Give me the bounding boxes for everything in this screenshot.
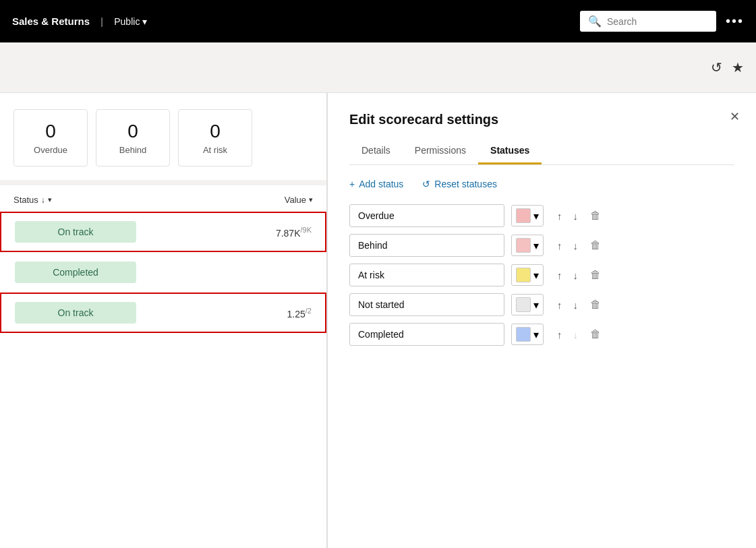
metric-value-atrisk: 0 <box>195 121 235 142</box>
plus-icon: + <box>349 179 355 189</box>
color-swatch-3 <box>516 297 531 312</box>
col-status-header[interactable]: Status ↓ ▾ <box>13 195 52 205</box>
status-badge-0: On track <box>15 221 136 243</box>
table-header: Status ↓ ▾ Value ▾ <box>0 185 326 212</box>
metric-value-overdue: 0 <box>30 121 71 142</box>
status-row-4: ▾ ↑ ↓ 🗑 <box>349 323 734 346</box>
more-options-button[interactable]: ••• <box>726 13 744 29</box>
sort-down-icon: ↓ <box>41 195 45 205</box>
color-picker-chevron-2: ▾ <box>533 269 539 282</box>
color-picker-chevron-4: ▾ <box>533 328 539 341</box>
topbar-right: 🔍 ••• <box>580 11 744 32</box>
status-input-2[interactable] <box>349 264 504 286</box>
arrow-btns-0: ↑ ↓ <box>554 209 581 223</box>
color-picker-chevron-1: ▾ <box>533 239 539 252</box>
metric-label-behind: Behind <box>113 145 153 155</box>
arrow-btns-4: ↑ ↓ <box>554 328 581 342</box>
col-status-label: Status <box>13 195 38 205</box>
add-status-button[interactable]: + Add status <box>349 179 403 189</box>
metric-value-behind: 0 <box>113 121 153 142</box>
status-list: ▾ ↑ ↓ 🗑 ▾ ↑ ↓ 🗑 <box>349 204 734 346</box>
arrow-btns-2: ↑ ↓ <box>554 268 581 282</box>
close-button[interactable]: ✕ <box>730 109 740 124</box>
metrics-row: 0 Overdue 0 Behind 0 At risk <box>0 93 326 180</box>
delete-btn-3[interactable]: 🗑 <box>590 299 601 311</box>
color-swatch-0 <box>516 208 531 223</box>
metric-label-overdue: Overdue <box>30 145 71 155</box>
col-status-chevron: ▾ <box>48 195 52 204</box>
move-down-1[interactable]: ↓ <box>571 239 581 253</box>
dialog-title: Edit scorecard settings <box>349 112 734 127</box>
refresh-button[interactable]: ↺ <box>711 59 722 75</box>
status-badge-1: Completed <box>15 262 136 283</box>
metric-card-overdue: 0 Overdue <box>13 109 88 166</box>
search-icon: 🔍 <box>588 15 602 28</box>
right-panel: Edit scorecard settings ✕ Details Permis… <box>327 93 756 548</box>
topbar-public[interactable]: Public ▾ <box>114 16 147 27</box>
search-input[interactable] <box>607 16 708 27</box>
row-value-2: 1.25/2 <box>287 307 312 319</box>
status-input-1[interactable] <box>349 234 504 257</box>
delete-btn-0[interactable]: 🗑 <box>590 210 601 222</box>
table-row-0: On track 7.87K/9K <box>0 212 326 252</box>
tab-statuses[interactable]: Statuses <box>478 138 542 164</box>
delete-btn-4[interactable]: 🗑 <box>590 328 601 340</box>
move-up-1[interactable]: ↑ <box>554 239 565 253</box>
delete-btn-1[interactable]: 🗑 <box>590 239 601 251</box>
color-picker-2[interactable]: ▾ <box>511 264 544 286</box>
color-picker-4[interactable]: ▾ <box>511 324 544 345</box>
topbar: Sales & Returns | Public ▾ 🔍 ••• <box>0 0 756 42</box>
color-picker-chevron-3: ▾ <box>533 299 539 311</box>
delete-btn-2[interactable]: 🗑 <box>590 269 601 281</box>
tab-permissions[interactable]: Permissions <box>403 138 478 164</box>
status-input-0[interactable] <box>349 204 504 227</box>
move-down-3[interactable]: ↓ <box>571 298 581 312</box>
status-row-0: ▾ ↑ ↓ 🗑 <box>349 204 734 227</box>
color-picker-1[interactable]: ▾ <box>511 235 544 256</box>
status-row-2: ▾ ↑ ↓ 🗑 <box>349 264 734 286</box>
metric-label-atrisk: At risk <box>195 145 235 155</box>
separator <box>0 180 326 185</box>
favorite-button[interactable]: ★ <box>732 59 744 75</box>
table-row-1: Completed <box>0 252 326 293</box>
color-picker-0[interactable]: ▾ <box>511 205 544 226</box>
actions-row: + Add status ↺ Reset statuses <box>349 179 734 189</box>
color-picker-3[interactable]: ▾ <box>511 294 544 315</box>
move-up-0[interactable]: ↑ <box>554 209 565 223</box>
status-row-1: ▾ ↑ ↓ 🗑 <box>349 234 734 257</box>
reset-icon: ↺ <box>422 179 430 189</box>
reset-statuses-label: Reset statuses <box>434 179 497 189</box>
tab-details[interactable]: Details <box>349 138 403 164</box>
color-swatch-2 <box>516 268 531 282</box>
topbar-divider: | <box>100 16 103 27</box>
move-up-2[interactable]: ↑ <box>554 268 565 282</box>
move-down-0[interactable]: ↓ <box>571 209 581 223</box>
move-up-4[interactable]: ↑ <box>554 328 565 342</box>
main-area: 0 Overdue 0 Behind 0 At risk Status ↓ ▾ … <box>0 93 756 548</box>
reset-statuses-button[interactable]: ↺ Reset statuses <box>422 179 497 189</box>
arrow-btns-1: ↑ ↓ <box>554 239 581 253</box>
search-box[interactable]: 🔍 <box>580 11 716 32</box>
add-status-label: Add status <box>359 179 403 189</box>
col-value-header[interactable]: Value ▾ <box>285 195 313 205</box>
move-down-2[interactable]: ↓ <box>571 268 581 282</box>
metric-card-atrisk: 0 At risk <box>178 109 252 166</box>
app-title: Sales & Returns <box>12 16 90 27</box>
color-swatch-1 <box>516 238 531 253</box>
metric-card-behind: 0 Behind <box>96 109 170 166</box>
arrow-btns-3: ↑ ↓ <box>554 298 581 312</box>
status-input-4[interactable] <box>349 323 504 346</box>
secondbar: ↺ ★ <box>0 42 756 93</box>
move-up-3[interactable]: ↑ <box>554 298 565 312</box>
status-input-3[interactable] <box>349 293 504 316</box>
table-row-2: On track 1.25/2 <box>0 293 326 333</box>
move-down-4: ↓ <box>571 328 581 342</box>
col-value-label: Value <box>285 195 306 205</box>
color-swatch-4 <box>516 327 531 342</box>
topbar-left: Sales & Returns | Public ▾ <box>12 16 147 27</box>
status-row-3: ▾ ↑ ↓ 🗑 <box>349 293 734 316</box>
left-panel: 0 Overdue 0 Behind 0 At risk Status ↓ ▾ … <box>0 93 327 548</box>
chevron-down-icon: ▾ <box>142 16 147 27</box>
color-picker-chevron-0: ▾ <box>533 210 539 222</box>
visibility-label: Public <box>114 16 140 27</box>
